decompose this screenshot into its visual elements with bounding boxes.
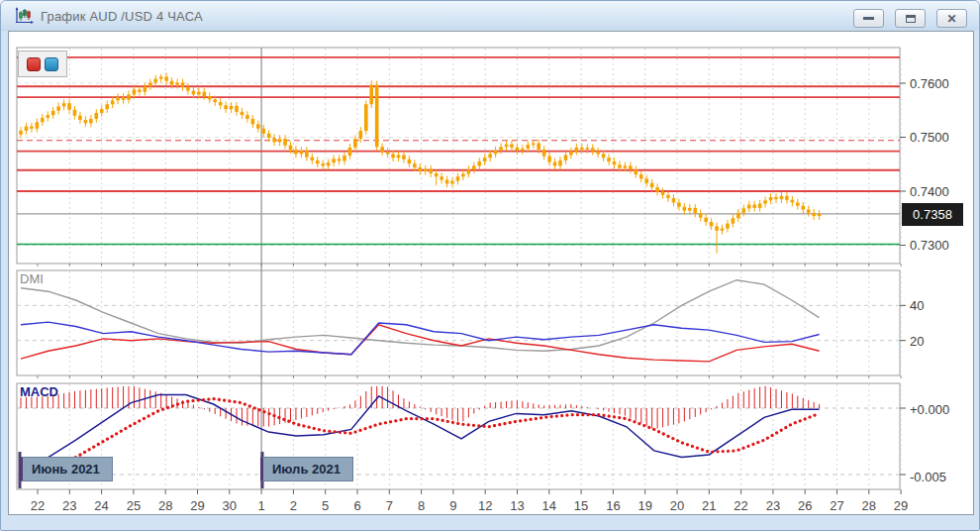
- price-axis-label: 0.7600: [910, 76, 949, 91]
- close-icon: ✕: [946, 13, 956, 25]
- minimize-icon: [863, 17, 874, 20]
- dmi-axis-label: 20: [910, 334, 924, 349]
- macd-axis-label: +0.000: [910, 402, 949, 417]
- month-badge-june: Июнь 2021: [20, 457, 113, 481]
- app-window: График AUD /USD 4 ЧАСА ✕ 222324252829301…: [0, 0, 980, 531]
- red-marker-button[interactable]: [27, 57, 41, 71]
- close-button[interactable]: ✕: [936, 9, 967, 28]
- titlebar[interactable]: График AUD /USD 4 ЧАСА ✕: [1, 1, 979, 31]
- blue-marker-button[interactable]: [45, 57, 58, 71]
- dmi-axis-label: 40: [910, 298, 924, 313]
- month-badge-july: Июль 2021: [260, 457, 353, 481]
- restore-icon: [906, 15, 916, 23]
- chart-toolbar: [18, 51, 67, 77]
- dmi-panel-label: DMI: [20, 271, 44, 286]
- minimize-button[interactable]: [853, 9, 884, 28]
- candlestick-chart-icon: [14, 7, 34, 25]
- chart-content-area[interactable]: [8, 31, 974, 515]
- price-axis-label: 0.7500: [910, 130, 949, 145]
- macd-axis-label: -0.005: [910, 470, 946, 484]
- price-axis-label: 0.7300: [910, 238, 949, 253]
- price-axis-label: 0.7400: [910, 184, 949, 199]
- macd-panel-label: MACD: [20, 384, 58, 399]
- restore-button[interactable]: [895, 9, 926, 28]
- current-price-badge: 0.7358: [902, 203, 963, 226]
- window-title: График AUD /USD 4 ЧАСА: [41, 9, 203, 24]
